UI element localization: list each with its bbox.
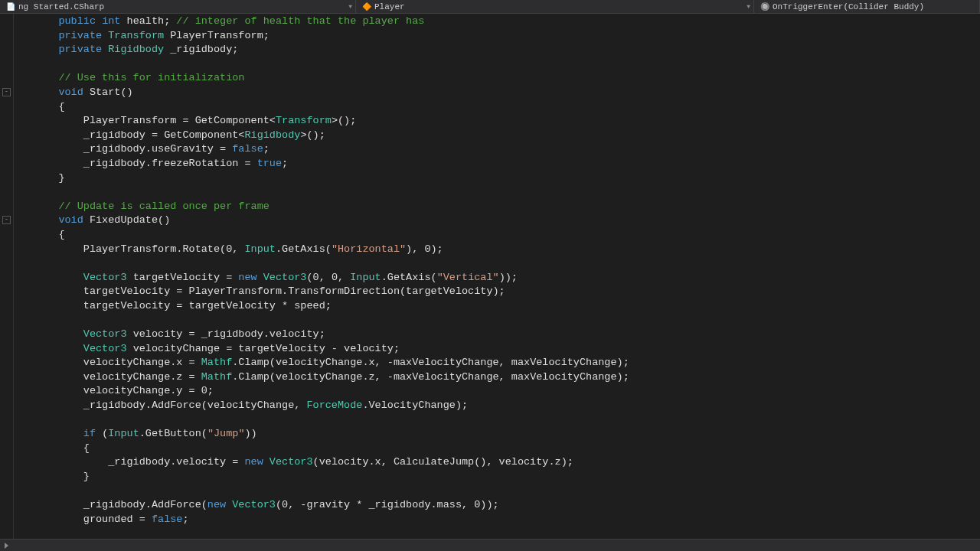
- code-line[interactable]: void Start(): [14, 86, 980, 100]
- code-line[interactable]: public int health; // integer of health …: [14, 15, 980, 29]
- gutter: --: [0, 14, 14, 539]
- breadcrumb-project[interactable]: ng Started.CSharp ▼: [0, 0, 356, 13]
- code-line[interactable]: private Transform PlayerTransform;: [14, 29, 980, 44]
- code-line[interactable]: // Use this for initialization: [14, 71, 980, 86]
- fold-toggle[interactable]: -: [2, 216, 11, 224]
- method-icon: [760, 2, 769, 11]
- code-line[interactable]: }: [14, 171, 980, 186]
- breadcrumb-method[interactable]: OnTriggerEnter(Collider Buddy): [754, 0, 980, 13]
- code-line[interactable]: velocityChange.y = 0;: [14, 384, 980, 399]
- code-line[interactable]: [14, 57, 980, 72]
- code-line[interactable]: _rigidbody.useGravity = false;: [14, 142, 980, 157]
- breadcrumb-method-label: OnTriggerEnter(Collider Buddy): [773, 2, 924, 11]
- breadcrumb-class[interactable]: Player ▼: [356, 0, 754, 13]
- fold-toggle[interactable]: -: [2, 88, 11, 96]
- code-line[interactable]: // Update is called once per frame: [14, 200, 980, 214]
- code-line[interactable]: if (Input.GetButton("Jump")): [14, 427, 980, 442]
- code-line[interactable]: [14, 484, 980, 499]
- code-line[interactable]: _rigidbody.AddForce(new Vector3(0, -grav…: [14, 498, 980, 513]
- code-line[interactable]: [14, 185, 980, 200]
- code-editor[interactable]: -- public int health; // integer of heal…: [0, 14, 980, 539]
- code-line[interactable]: [14, 313, 980, 328]
- breadcrumb-bar: ng Started.CSharp ▼ Player ▼ OnTriggerEn…: [0, 0, 980, 14]
- code-line[interactable]: PlayerTransform.Rotate(0, Input.GetAxis(…: [14, 243, 980, 257]
- code-line[interactable]: _rigidbody = GetComponent<Rigidbody>();: [14, 129, 980, 143]
- chevron-down-icon: ▼: [348, 3, 352, 10]
- code-line[interactable]: targetVelocity = targetVelocity * speed;: [14, 299, 980, 314]
- code-line[interactable]: [14, 413, 980, 428]
- code-line[interactable]: _rigidbody.freezeRotation = true;: [14, 157, 980, 171]
- code-line[interactable]: private Rigidbody _rigidbody;: [14, 43, 980, 57]
- code-line[interactable]: _rigidbody.AddForce(velocityChange, Forc…: [14, 399, 980, 413]
- code-line[interactable]: void FixedUpdate(): [14, 214, 980, 228]
- code-line[interactable]: _rigidbody.velocity = new Vector3(veloci…: [14, 455, 980, 470]
- code-line[interactable]: {: [14, 228, 980, 243]
- arrow-right-icon[interactable]: [5, 543, 8, 549]
- class-icon: [362, 2, 371, 11]
- code-line[interactable]: PlayerTransform = GetComponent<Transform…: [14, 114, 980, 129]
- code-line[interactable]: velocityChange.x = Mathf.Clamp(velocityC…: [14, 356, 980, 370]
- code-line[interactable]: Vector3 velocity = _rigidbody.velocity;: [14, 328, 980, 342]
- code-line[interactable]: }: [14, 470, 980, 484]
- breadcrumb-project-label: ng Started.CSharp: [18, 2, 104, 11]
- code-line[interactable]: {: [14, 100, 980, 115]
- code-area[interactable]: public int health; // integer of health …: [14, 14, 980, 539]
- code-line[interactable]: grounded = false;: [14, 513, 980, 527]
- chevron-down-icon: ▼: [746, 3, 750, 10]
- code-line[interactable]: {: [14, 442, 980, 456]
- code-line[interactable]: [14, 256, 980, 271]
- code-line[interactable]: Vector3 velocityChange = targetVelocity …: [14, 342, 980, 357]
- code-line[interactable]: velocityChange.z = Mathf.Clamp(velocityC…: [14, 370, 980, 385]
- code-line[interactable]: targetVelocity = PlayerTransform.Transfo…: [14, 285, 980, 299]
- breadcrumb-class-label: Player: [374, 2, 405, 11]
- bottom-bar: [0, 539, 980, 551]
- code-line[interactable]: Vector3 targetVelocity = new Vector3(0, …: [14, 271, 980, 285]
- file-icon: [6, 2, 15, 11]
